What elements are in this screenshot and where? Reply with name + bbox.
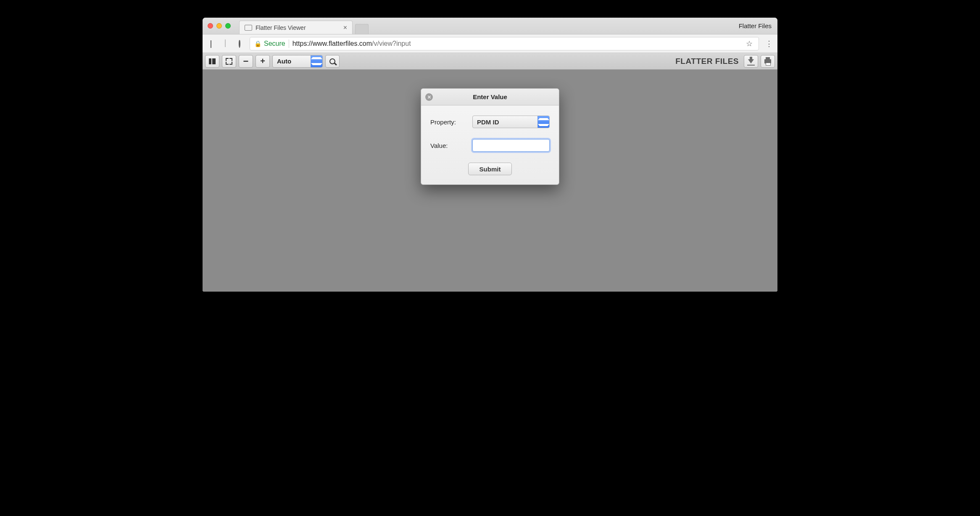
property-select[interactable]: PDM ID <box>472 116 550 128</box>
enter-value-dialog: Enter Value Property: PDM ID <box>421 88 559 185</box>
tab-close-button[interactable]: × <box>343 24 347 31</box>
browser-menu-button[interactable]: ⋮ <box>765 39 773 48</box>
print-icon <box>764 59 771 63</box>
chevron-up-icon <box>311 55 322 61</box>
reload-button[interactable] <box>235 39 244 48</box>
app-brand-label: FLATTER FILES <box>675 57 739 66</box>
secure-label: Secure <box>264 40 285 47</box>
tab-favicon-icon <box>245 25 252 31</box>
back-button[interactable] <box>207 39 215 48</box>
search-icon <box>329 58 335 64</box>
chevron-down-icon <box>538 122 549 128</box>
window-controls <box>208 23 231 29</box>
download-icon <box>748 59 754 63</box>
window-titlebar: Flatter Files Viewer × Flatter Files <box>203 18 777 34</box>
fullscreen-window-button[interactable] <box>225 23 231 29</box>
viewer-canvas: Enter Value Property: PDM ID <box>203 70 777 292</box>
zoom-level-label: Auto <box>273 55 311 67</box>
dialog-title: Enter Value <box>473 93 507 100</box>
dialog-header: Enter Value <box>421 89 559 105</box>
arrow-right-icon <box>225 40 226 47</box>
tab-title: Flatter Files Viewer <box>256 24 337 31</box>
close-window-button[interactable] <box>208 23 213 29</box>
property-row: Property: PDM ID <box>430 116 550 128</box>
reload-icon <box>239 40 240 47</box>
tab-strip: Flatter Files Viewer × <box>237 18 369 34</box>
property-selected-value: PDM ID <box>473 116 537 128</box>
url-path: /v/view?input <box>372 40 411 47</box>
submit-button[interactable]: Submit <box>468 163 512 175</box>
bookmark-star-icon[interactable]: ☆ <box>744 39 754 48</box>
fullscreen-icon <box>226 58 232 65</box>
browser-toolbar: 🔒 Secure https://www.flatterfiles.com/v/… <box>203 34 777 53</box>
viewer-toolbar: − + Auto FLATTER FILES <box>203 53 777 70</box>
value-row: Value: <box>430 139 550 152</box>
address-bar[interactable]: 🔒 Secure https://www.flatterfiles.com/v/… <box>250 37 759 50</box>
dialog-body: Property: PDM ID Value: <box>421 105 559 184</box>
dialog-close-button[interactable] <box>425 93 433 101</box>
value-label: Value: <box>430 142 472 149</box>
zoom-out-button[interactable]: − <box>239 55 253 68</box>
sidebar-icon <box>209 58 216 64</box>
zoom-level-select[interactable]: Auto <box>272 55 323 68</box>
submit-row: Submit <box>430 163 550 175</box>
url-host: https://www.flatterfiles.com <box>292 40 372 47</box>
property-label: Property: <box>430 118 472 126</box>
browser-tab-active[interactable]: Flatter Files Viewer × <box>239 21 353 34</box>
search-button[interactable] <box>325 55 340 68</box>
browser-window: Flatter Files Viewer × Flatter Files 🔒 S… <box>203 18 777 292</box>
separator <box>289 39 289 48</box>
app-menu-title: Flatter Files <box>739 18 772 34</box>
chevron-up-icon <box>538 116 549 122</box>
print-button[interactable] <box>761 55 775 68</box>
lock-icon: 🔒 <box>254 40 261 47</box>
zoom-stepper[interactable] <box>311 55 322 67</box>
property-stepper[interactable] <box>537 116 549 128</box>
zoom-in-button[interactable]: + <box>256 55 270 68</box>
arrow-left-icon <box>211 40 211 47</box>
value-input[interactable] <box>472 139 550 152</box>
chevron-down-icon <box>311 61 322 67</box>
minimize-window-button[interactable] <box>216 23 222 29</box>
forward-button[interactable] <box>221 39 229 48</box>
download-button[interactable] <box>744 55 758 68</box>
sidebar-toggle-button[interactable] <box>205 55 219 68</box>
fullscreen-button[interactable] <box>222 55 236 68</box>
new-tab-button[interactable] <box>355 24 369 34</box>
